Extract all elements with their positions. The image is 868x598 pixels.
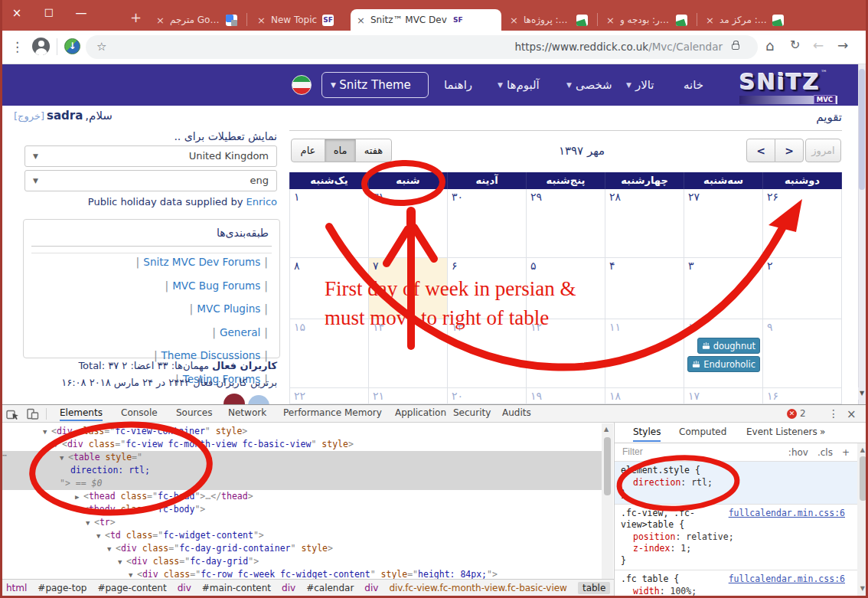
error-count-badge[interactable]: ✕2 — [787, 408, 806, 419]
today-button[interactable]: امروز — [805, 139, 841, 162]
devtools-tab-performance[interactable]: Performance — [283, 407, 341, 418]
prev-month-button[interactable]: < — [746, 139, 775, 162]
calendar-cell[interactable]: ۲۲ — [289, 388, 369, 404]
profile-avatar[interactable] — [32, 38, 50, 55]
tree-arrow-icon[interactable]: ▼ — [54, 439, 62, 452]
devtools-tab-console[interactable]: Console — [121, 407, 158, 418]
devtools-tab-sources[interactable]: Sources — [176, 407, 212, 418]
calendar-cell[interactable]: ۵ — [527, 258, 605, 319]
calendar-cell[interactable]: ۱۷ — [684, 388, 763, 404]
category-link[interactable]: General — [220, 326, 260, 338]
address-bar[interactable]: ☆ https://www.reddick.co.uk/Mvc/Calendar — [86, 35, 758, 59]
browser-tab[interactable]: ×Snitz™ MVC DevSF — [351, 9, 501, 31]
nav-item[interactable]: ▼تالار — [626, 78, 654, 92]
tab-close-icon[interactable]: × — [606, 15, 615, 26]
devtools-tab-audits[interactable]: Audits — [502, 407, 531, 418]
breadcrumb-item[interactable]: div — [282, 583, 295, 593]
elements-scrollbar-thumb[interactable] — [604, 437, 611, 495]
styles-tab[interactable]: Event Listeners — [746, 426, 817, 437]
calendar-cell[interactable]: ۳ — [684, 258, 763, 319]
tree-arrow-icon[interactable]: ▼ — [86, 517, 94, 530]
category-link[interactable]: MVC Plugins — [197, 302, 260, 315]
tree-arrow-icon[interactable]: ▼ — [43, 426, 51, 439]
window-close-icon[interactable]: × — [8, 6, 26, 20]
nav-item[interactable]: راهنما — [444, 78, 472, 92]
breadcrumb-item[interactable]: #page-top — [38, 583, 86, 593]
view-button[interactable]: هفته — [355, 139, 392, 162]
rule-property[interactable]: z-index: 1; — [621, 543, 851, 555]
tree-line[interactable]: ▼<tr> — [0, 516, 602, 529]
calendar-cell[interactable]: ۷ — [369, 258, 448, 319]
nav-item[interactable]: خانه — [684, 78, 703, 92]
devtools-tab-network[interactable]: Network — [228, 407, 266, 418]
styles-tab[interactable]: Computed — [679, 426, 726, 437]
devtools-tab-application[interactable]: Application — [395, 407, 446, 418]
inspect-element-icon[interactable] — [6, 407, 19, 423]
browser-tab[interactable]: ×مترجم Google — [150, 9, 243, 31]
tree-line[interactable]: ▶<thead class="fc-head">…</thead> — [0, 490, 602, 503]
calendar-cell[interactable]: ۳۱ — [369, 189, 448, 257]
calendar-cell[interactable]: ۲۹ — [527, 189, 605, 257]
event-badge[interactable]: doughnut — [697, 338, 760, 354]
tree-arrow-icon[interactable]: ▼ — [129, 569, 137, 580]
rule-property[interactable]: direction: rtl; — [621, 477, 851, 489]
breadcrumb-item[interactable]: table — [578, 582, 610, 594]
calendar-cell[interactable]: ۲۱ — [369, 388, 448, 404]
devtools-tab-security[interactable]: Security — [453, 407, 491, 418]
browser-tab[interactable]: ×دادهنگار: مرکز مد — [700, 9, 790, 31]
tree-line[interactable]: ▼<div class="fc-day-grid-container" styl… — [0, 542, 602, 555]
nav-item[interactable]: ▼آلبوم‌ها — [498, 78, 540, 92]
breadcrumb-item[interactable]: html — [6, 583, 27, 593]
theme-dropdown-button[interactable]: ▼ Snitz Theme — [321, 72, 429, 98]
calendar-cell[interactable]: ۴ — [605, 258, 684, 319]
iran-flag-icon[interactable] — [292, 75, 312, 95]
home-icon[interactable]: ⌂ — [765, 38, 774, 54]
tree-line[interactable]: ▼<div class="fc-view-container" style> — [0, 425, 602, 438]
calendar-cell[interactable]: ۲۸ — [605, 189, 684, 257]
tree-arrow-icon[interactable]: ▼ — [118, 556, 126, 569]
calendar-cell[interactable]: ۲۶ — [763, 189, 842, 257]
breadcrumb-item[interactable]: div — [364, 583, 378, 593]
styles-toggle-button[interactable]: .cls — [817, 447, 833, 458]
tree-arrow-icon[interactable]: ▼ — [107, 543, 116, 556]
selected-tree-node[interactable]: ⋯▼<table style=" direction: rtl;"> == $0 — [0, 451, 602, 490]
idm-extension-icon[interactable]: ↓ — [64, 38, 80, 54]
browser-menu-icon[interactable]: ⋮ — [11, 39, 24, 54]
styles-toggle-button[interactable]: + — [842, 447, 850, 458]
calendar-cell[interactable]: ۱۹ — [527, 388, 605, 404]
breadcrumb-item[interactable]: div — [178, 583, 191, 593]
category-link[interactable]: MVC Bug Forums — [172, 279, 260, 292]
breadcrumb-item[interactable]: div.fc-view.fc-month-view.fc-basic-view — [389, 583, 567, 593]
tree-arrow-icon[interactable]: ▼ — [60, 452, 68, 465]
devtools-menu-icon[interactable]: ⋮ — [828, 407, 839, 420]
rule-property[interactable]: position: relative; — [621, 531, 851, 544]
calendar-cell[interactable]: ۱ — [289, 189, 369, 257]
calendar-cell[interactable]: ۲۰ — [448, 388, 527, 404]
event-badge[interactable]: Enduroholic — [687, 356, 760, 372]
scroll-down-icon[interactable]: ▼ — [860, 585, 865, 592]
snitz-logo[interactable]: SNiTZ™ MVC — [739, 69, 839, 104]
styles-tab[interactable]: Styles — [633, 426, 661, 442]
tree-arrow-icon[interactable]: ▼ — [96, 530, 105, 543]
view-button[interactable]: عام — [291, 139, 325, 162]
styles-tab[interactable]: » — [820, 426, 825, 437]
back-icon[interactable]: ← — [813, 38, 824, 53]
next-month-button[interactable]: > — [775, 139, 804, 162]
window-maximize-icon[interactable]: □ — [40, 6, 58, 18]
calendar-cell[interactable]: ۱۵ — [289, 319, 369, 387]
page-scrollbar-thumb[interactable] — [859, 69, 865, 190]
bookmark-star-icon[interactable]: ☆ — [96, 40, 106, 54]
breadcrumb-item[interactable]: #calendar — [306, 583, 354, 593]
style-rule[interactable]: fullcalendar.min.css:6.fc-view, .fc-view… — [615, 505, 857, 571]
page-scrollbar-down-icon[interactable]: ▼ — [858, 387, 866, 400]
scroll-up-icon[interactable]: ▲ — [604, 426, 609, 433]
ssl-lock-icon[interactable] — [732, 44, 739, 50]
calendar-cell[interactable]: ۱۲ — [527, 319, 605, 387]
browser-tab[interactable]: ×دادهنگار: بودجه و — [600, 9, 693, 31]
avatar[interactable] — [224, 394, 245, 404]
more-actions-icon[interactable]: ⋯ — [2, 451, 8, 459]
logout-link[interactable]: [خروج] — [14, 110, 44, 122]
tree-arrow-icon[interactable]: ▼ — [75, 504, 83, 517]
new-tab-button[interactable]: + — [130, 9, 142, 25]
tab-close-icon[interactable]: × — [257, 15, 266, 26]
